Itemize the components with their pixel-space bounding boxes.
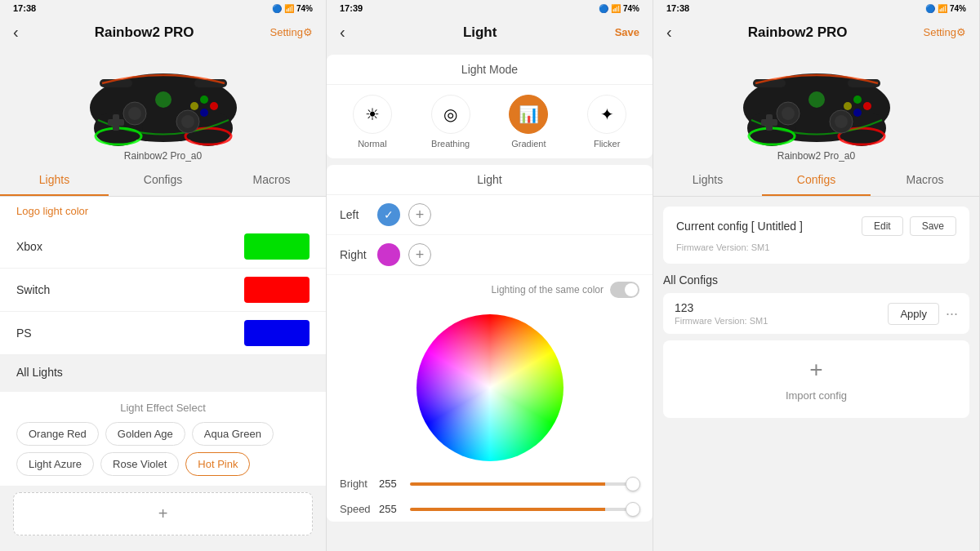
effect-orange-red[interactable]: Orange Red xyxy=(16,422,99,446)
status-bar-1: 17:38 🔵 📶 74% xyxy=(0,0,326,16)
tab-lights-1[interactable]: Lights xyxy=(0,165,109,196)
tab-configs-3[interactable]: Configs xyxy=(762,165,871,196)
switch-label: Switch xyxy=(16,283,50,296)
svg-point-6 xyxy=(128,107,141,120)
speed-slider[interactable] xyxy=(410,508,639,511)
save-btn-2[interactable]: Save xyxy=(615,26,639,38)
panel-3: 17:38 🔵 📶 74% ‹ Rainbow2 PRO Setting⚙ xyxy=(653,0,980,551)
edit-btn[interactable]: Edit xyxy=(862,216,903,236)
fw-version: Firmware Version: SM1 xyxy=(676,242,769,252)
config-item-name: 123 xyxy=(675,301,768,314)
controller-svg-1 xyxy=(74,55,253,149)
logo-light-color-label: Logo light color xyxy=(0,197,326,225)
light-row-switch: Switch xyxy=(0,269,326,312)
light-effect-section: Light Effect Select Orange Red Golden Ag… xyxy=(0,392,326,486)
ps-color[interactable] xyxy=(244,320,310,346)
config-actions: Edit Save xyxy=(862,216,956,236)
svg-rect-28 xyxy=(761,119,777,126)
same-color-toggle[interactable] xyxy=(610,282,639,298)
effect-rose-violet[interactable]: Rose Violet xyxy=(100,452,179,476)
back-btn-3[interactable]: ‹ xyxy=(666,23,672,42)
tabs-3: Lights Configs Macros xyxy=(653,165,979,197)
switch-color[interactable] xyxy=(244,277,310,303)
left-add-btn[interactable]: + xyxy=(408,203,431,226)
effect-golden-age[interactable]: Golden Age xyxy=(105,422,185,446)
light-card-title: Light xyxy=(327,165,653,195)
save-config-btn[interactable]: Save xyxy=(910,216,956,236)
top-bar-3: ‹ Rainbow2 PRO Setting⚙ xyxy=(653,16,979,48)
status-bar-3: 17:38 🔵 📶 74% xyxy=(653,0,979,16)
light-row-xbox: Xbox xyxy=(0,225,326,269)
color-wheel-wrap xyxy=(327,304,653,471)
all-configs-title: All Configs xyxy=(663,273,969,287)
status-bar-2: 17:39 🔵 📶 74% xyxy=(327,0,653,16)
left-label: Left xyxy=(340,208,369,221)
more-btn[interactable]: ··· xyxy=(946,305,958,322)
right-add-btn[interactable]: + xyxy=(408,243,431,266)
tab-lights-3[interactable]: Lights xyxy=(653,165,762,196)
bright-label: Bright xyxy=(340,478,371,490)
breathing-label: Breathing xyxy=(431,139,470,149)
apply-btn[interactable]: Apply xyxy=(888,303,939,325)
normal-label: Normal xyxy=(358,139,386,149)
controller-svg-3 xyxy=(727,55,906,149)
speed-label: Speed xyxy=(340,503,371,515)
panel-1: 17:38 🔵 📶 74% ‹ Rainbow2 PRO Setting⚙ xyxy=(0,0,327,551)
tab-configs-1[interactable]: Configs xyxy=(109,165,217,196)
config-item-123: 123 Firmware Version: SM1 Apply ··· xyxy=(663,293,969,334)
light-mode-title: Light Mode xyxy=(327,55,653,85)
same-color-row: Lighting of the same color xyxy=(327,275,653,304)
breathing-icon: ◎ xyxy=(431,95,470,134)
effect-aqua-green[interactable]: Aqua Green xyxy=(192,422,274,446)
effect-hot-pink[interactable]: Hot Pink xyxy=(185,452,250,476)
status-icons-3: 🔵 📶 74% xyxy=(925,4,966,13)
import-label: Import config xyxy=(786,389,847,402)
svg-point-11 xyxy=(200,96,208,104)
time-3: 17:38 xyxy=(666,3,689,13)
title-1: Rainbow2 PRO xyxy=(95,24,194,41)
add-light-effect-btn[interactable]: + xyxy=(13,492,313,535)
setting-btn-3[interactable]: Setting⚙ xyxy=(924,26,966,38)
mode-gradient[interactable]: 📊 Gradient xyxy=(509,95,548,149)
controller-name-1: Rainbow2 Pro_a0 xyxy=(124,150,202,162)
tab-macros-1[interactable]: Macros xyxy=(217,165,326,196)
import-config-card[interactable]: + Import config xyxy=(663,340,969,418)
config-card-header: Current config [ Untitled ] Edit Save xyxy=(676,216,956,236)
svg-point-31 xyxy=(853,109,862,117)
mode-flicker[interactable]: ✦ Flicker xyxy=(587,95,626,149)
back-btn-2[interactable]: ‹ xyxy=(340,23,345,42)
config-item-actions: Apply ··· xyxy=(888,303,958,325)
effect-light-azure[interactable]: Light Azure xyxy=(16,452,94,476)
light-row-ps: PS xyxy=(0,312,326,355)
mode-normal[interactable]: ☀ Normal xyxy=(353,95,392,149)
top-bar-2: ‹ Light Save xyxy=(327,16,653,48)
svg-point-14 xyxy=(190,102,198,110)
ps-label: PS xyxy=(16,327,32,340)
light-content: Light Mode ☀ Normal ◎ Breathing 📊 Gradie… xyxy=(327,48,653,551)
controller-name-3: Rainbow2 Pro_a0 xyxy=(777,150,855,162)
status-icons-2: 🔵 📶 74% xyxy=(599,4,639,13)
svg-point-33 xyxy=(808,91,825,108)
right-row: Right + xyxy=(327,235,653,275)
bright-slider[interactable] xyxy=(410,482,639,486)
speed-row: Speed 255 xyxy=(327,496,653,522)
mode-breathing[interactable]: ◎ Breathing xyxy=(431,95,470,149)
tab-macros-3[interactable]: Macros xyxy=(871,165,979,196)
left-row: Left ✓ + xyxy=(327,195,653,235)
svg-point-15 xyxy=(155,91,172,108)
svg-point-30 xyxy=(863,102,871,110)
xbox-color[interactable] xyxy=(244,233,310,260)
right-color-dot[interactable] xyxy=(377,243,400,266)
back-btn-1[interactable]: ‹ xyxy=(13,23,19,42)
panel-2: 17:39 🔵 📶 74% ‹ Light Save Light Mode ☀ … xyxy=(327,0,653,551)
svg-point-12 xyxy=(210,102,218,110)
setting-btn-1[interactable]: Setting⚙ xyxy=(270,26,313,38)
status-icons-1: 🔵 📶 74% xyxy=(272,4,313,13)
light-card: Light Left ✓ + Right + Lighting of the s… xyxy=(327,165,653,522)
color-wheel[interactable] xyxy=(416,314,564,461)
lights-content: Logo light color Xbox Switch PS All Ligh… xyxy=(0,197,326,551)
config-item-fw: Firmware Version: SM1 xyxy=(675,316,768,326)
import-plus-icon: + xyxy=(809,357,822,383)
same-color-label: Lighting of the same color xyxy=(492,284,604,295)
left-color-selected[interactable]: ✓ xyxy=(377,203,400,226)
